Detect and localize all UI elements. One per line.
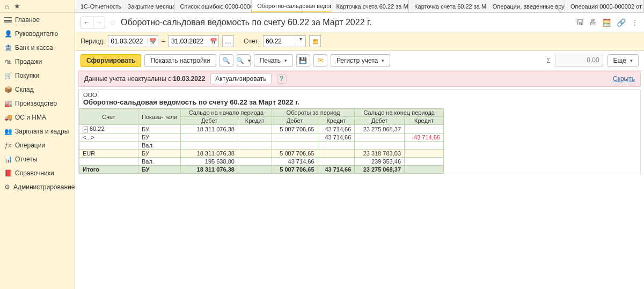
link-icon[interactable]: 🔗 <box>617 18 626 27</box>
toolbar: Сформировать Показать настройки 🔍 🔍 Печа… <box>75 51 644 71</box>
show-settings-button[interactable]: Показать настройки <box>144 54 216 67</box>
tab-label: 1С-Отчетность <box>80 3 121 10</box>
nav-item-7[interactable]: 🚚ОС и НМА <box>0 110 75 124</box>
col-indicators: Показа- тели <box>138 109 181 125</box>
period-dash: – <box>162 38 165 45</box>
save-file-button[interactable]: 💾 <box>296 54 310 67</box>
nav-icon: 📦 <box>4 86 12 93</box>
table-row[interactable]: EURБУ18 311 076,385 007 706,6523 318 783… <box>79 150 444 158</box>
calendar-from-icon[interactable]: 📅 <box>147 38 158 45</box>
email-button[interactable]: ✉ <box>313 54 327 67</box>
tab-1[interactable]: Закрытие месяца× <box>122 0 175 12</box>
cell-account <box>79 158 138 166</box>
nav-item-10[interactable]: 📊Отчеты <box>0 152 75 166</box>
cell: 23 275 068,37 <box>355 166 405 174</box>
nav-icon: 🛒 <box>4 72 12 79</box>
date-from-input[interactable] <box>108 36 147 47</box>
cell: БУ <box>138 134 181 142</box>
account-input-wrap[interactable]: ▾ <box>263 35 306 47</box>
search-dropdown[interactable]: 🔍 <box>237 54 251 67</box>
print-button[interactable]: Печать <box>254 54 293 67</box>
back-button[interactable]: ← <box>81 17 93 28</box>
account-lookup-button[interactable]: ▦ <box>309 35 321 47</box>
tab-0[interactable]: 1С-Отчетность× <box>75 0 122 12</box>
nav-label: Банк и касса <box>15 44 53 51</box>
favorites-icon[interactable]: ★ <box>14 2 20 10</box>
cell: 43 714,66 <box>272 158 318 166</box>
cell <box>238 125 272 134</box>
favorite-toggle[interactable]: ☆ <box>109 18 116 27</box>
table-row[interactable]: −60.22БУ18 311 076,385 007 706,6543 714,… <box>79 125 444 134</box>
nav-item-3[interactable]: 🛍Продажи <box>0 55 75 69</box>
tab-2[interactable]: Список ошибок: 0000-000012× <box>174 0 252 12</box>
hide-warning-link[interactable]: Скрыть <box>613 75 635 83</box>
tab-label: Карточка счета 60.22 за Ма… <box>414 3 487 10</box>
tab-7[interactable]: Операция 0000-000002 от 1…× <box>565 0 644 12</box>
home-icon[interactable]: ⌂ <box>0 2 14 11</box>
period-picker-button[interactable]: … <box>222 35 234 47</box>
nav-label: Отчеты <box>15 155 37 163</box>
register-button[interactable]: Регистр учета <box>331 54 390 67</box>
page-title: Оборотно-сальдовая ведомость по счету 60… <box>121 18 371 27</box>
nav-icon: ⚙ <box>4 183 10 191</box>
cell: 5 007 706,65 <box>272 125 318 134</box>
collapse-icon[interactable]: − <box>83 127 88 132</box>
table-row[interactable]: Вал.195 638,8043 714,66239 353,46 <box>79 158 444 166</box>
nav-item-12[interactable]: ⚙Администрирование <box>0 180 75 194</box>
col-turn: Обороты за период <box>272 109 355 117</box>
calculator-icon[interactable]: 🧮 <box>602 18 611 27</box>
search-button[interactable]: 🔍 <box>219 54 233 67</box>
cell <box>181 134 238 142</box>
help-icon[interactable]: ? <box>277 74 287 84</box>
nav-item-2[interactable]: 🏦Банк и касса <box>0 41 75 55</box>
date-to[interactable]: 📅 <box>169 35 219 47</box>
nav-item-4[interactable]: 🛒Покупки <box>0 69 75 83</box>
tab-6[interactable]: Операции, введенные вруч…× <box>487 0 565 12</box>
cell <box>181 142 238 150</box>
col-begin: Сальдо на начало периода <box>181 109 272 117</box>
nav-item-0[interactable]: Главное <box>0 13 75 27</box>
nav-item-6[interactable]: 🏭Производство <box>0 97 75 110</box>
nav-label: Покупки <box>15 72 39 79</box>
warning-bar: Данные учета неактуальны с 10.03.2022 Ак… <box>78 71 641 87</box>
date-to-input[interactable] <box>169 36 208 47</box>
report-org: ООО <box>83 92 636 98</box>
nav-item-8[interactable]: 👥Зарплата и кадры <box>0 124 75 138</box>
report-table: Счет Показа- тели Сальдо на начало перио… <box>79 108 444 174</box>
print-preview-icon[interactable]: 🖶 <box>589 18 597 27</box>
tab-4[interactable]: Карточка счета 60.22 за Ма…× <box>331 0 409 12</box>
cell: 5 007 706,65 <box>272 166 318 174</box>
actualize-button[interactable]: Актуализировать <box>210 73 271 84</box>
menu-icon[interactable]: ⋮ <box>631 18 639 27</box>
col-end-credit: Кредит <box>405 117 444 125</box>
cell: 18 311 076,38 <box>181 125 238 134</box>
cell <box>318 142 355 150</box>
date-from[interactable]: 📅 <box>108 35 158 47</box>
table-row[interactable]: Вал. <box>79 142 444 150</box>
calendar-to-icon[interactable]: 📅 <box>208 38 218 45</box>
nav-icon <box>4 16 12 24</box>
account-dropdown-icon[interactable]: ▾ <box>296 36 305 47</box>
save-icon[interactable]: 🖫 <box>576 18 584 27</box>
tab-3[interactable]: Оборотно-сальдовая ведом…× <box>252 0 331 12</box>
more-button[interactable]: Еще <box>608 54 639 67</box>
tab-label: Операция 0000-000002 от 1… <box>570 3 644 10</box>
nav-item-5[interactable]: 📦Склад <box>0 83 75 97</box>
cell: Вал. <box>138 142 181 150</box>
tab-label: Оборотно-сальдовая ведом… <box>257 3 331 9</box>
form-button[interactable]: Сформировать <box>80 54 141 67</box>
nav-item-11[interactable]: 📕Справочники <box>0 166 75 180</box>
forward-button[interactable]: → <box>93 17 105 28</box>
cell: 195 638,80 <box>181 158 238 166</box>
account-input[interactable] <box>264 36 296 47</box>
nav-item-9[interactable]: ƒxОперации <box>0 138 75 152</box>
cell: 23 275 068,37 <box>355 125 405 134</box>
nav-label: Справочники <box>15 169 54 177</box>
warning-text: Данные учета неактуальны с 10.03.2022 <box>84 75 205 83</box>
cell-account <box>79 142 138 150</box>
nav-item-1[interactable]: 👤Руководителю <box>0 27 75 41</box>
tab-5[interactable]: Карточка счета 60.22 за Ма…× <box>409 0 487 12</box>
table-row[interactable]: <...>БУ43 714,66-43 714,66 <box>79 134 444 142</box>
col-end: Сальдо на конец периода <box>355 109 444 117</box>
tab-label: Карточка счета 60.22 за Ма… <box>336 3 409 10</box>
